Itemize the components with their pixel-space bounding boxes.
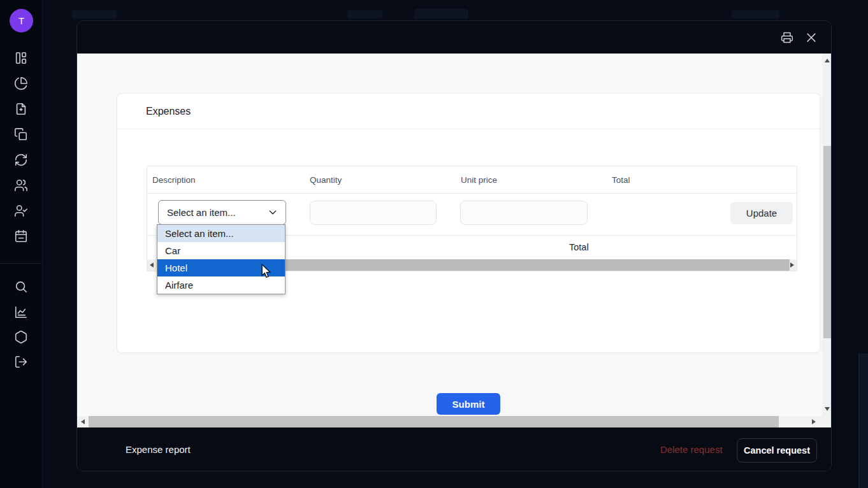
background-dim-item	[414, 9, 468, 19]
update-button[interactable]: Update	[730, 202, 793, 224]
scrollbar-thumb[interactable]	[823, 146, 831, 338]
scroll-right-arrow[interactable]	[788, 259, 797, 271]
cancel-request-button[interactable]: Cancel request	[737, 438, 817, 463]
hexagon-icon[interactable]	[14, 330, 28, 344]
users-icon[interactable]	[14, 178, 28, 192]
calendar-icon[interactable]	[14, 229, 28, 243]
scroll-down-arrow[interactable]	[825, 407, 830, 411]
scroll-left-arrow[interactable]	[78, 416, 87, 427]
pie-chart-icon[interactable]	[14, 76, 28, 90]
dashboard-icon[interactable]	[14, 51, 28, 65]
column-header-quantity: Quantity	[310, 166, 342, 194]
scroll-up-arrow[interactable]	[825, 59, 830, 62]
modal-footer: Expense report Delete request Cancel req…	[77, 427, 832, 471]
user-check-icon[interactable]	[14, 204, 28, 218]
expense-report-modal: Expenses Description Quantity Unit price…	[76, 20, 832, 471]
dropdown-option-hotel[interactable]: Hotel	[157, 259, 285, 276]
background-dim-item	[72, 10, 117, 18]
modal-vertical-scrollbar[interactable]	[822, 54, 832, 416]
file-plus-icon[interactable]	[14, 102, 28, 116]
dropdown-option-airfare[interactable]: Airfare	[157, 276, 285, 294]
expenses-card: Expenses Description Quantity Unit price…	[117, 93, 820, 353]
dropdown-option-select-an-item[interactable]: Select an item...	[157, 225, 285, 242]
modal-titlebar	[77, 21, 831, 54]
refresh-icon[interactable]	[14, 153, 28, 167]
column-header-total: Total	[612, 166, 630, 194]
delete-request-link[interactable]: Delete request	[660, 427, 723, 471]
scrollbar-thumb[interactable]	[217, 259, 790, 271]
sidebar: T	[0, 0, 43, 488]
dropdown-option-car[interactable]: Car	[157, 242, 285, 259]
submit-button[interactable]: Submit	[437, 393, 500, 415]
modal-horizontal-scrollbar[interactable]	[77, 416, 832, 427]
column-header-unit-price: Unit price	[461, 166, 497, 194]
total-label: Total	[569, 236, 589, 259]
background-dim-item	[347, 10, 382, 18]
close-icon[interactable]	[805, 31, 818, 44]
app-root: T	[0, 0, 868, 488]
expense-report-title: Expense report	[126, 427, 191, 471]
modal-content: Expenses Description Quantity Unit price…	[77, 54, 832, 416]
description-select[interactable]: Select an item...	[158, 200, 286, 225]
scroll-right-arrow[interactable]	[809, 416, 818, 427]
background-dim-item	[732, 10, 779, 18]
chevron-down-icon	[267, 206, 278, 218]
expenses-title: Expenses	[146, 94, 191, 129]
quantity-input[interactable]	[310, 201, 437, 225]
column-header-description: Description	[152, 166, 196, 194]
scroll-left-arrow[interactable]	[147, 259, 156, 271]
search-icon[interactable]	[14, 280, 28, 294]
description-dropdown-list: Select an item... Car Hotel Airfare	[157, 224, 286, 294]
copy-icon[interactable]	[14, 127, 28, 141]
expenses-card-header: Expenses	[117, 94, 820, 129]
expenses-table-header: Description Quantity Unit price Total	[147, 166, 797, 194]
chart-icon[interactable]	[14, 305, 28, 319]
scrollbar-thumb[interactable]	[89, 416, 779, 427]
avatar[interactable]: T	[10, 9, 33, 32]
unit-price-input[interactable]	[460, 201, 588, 225]
sidebar-divider	[0, 263, 42, 264]
logout-icon[interactable]	[14, 355, 28, 369]
background-card-edge	[858, 354, 868, 488]
print-icon[interactable]	[781, 31, 793, 44]
description-select-value: Select an item...	[167, 201, 236, 224]
